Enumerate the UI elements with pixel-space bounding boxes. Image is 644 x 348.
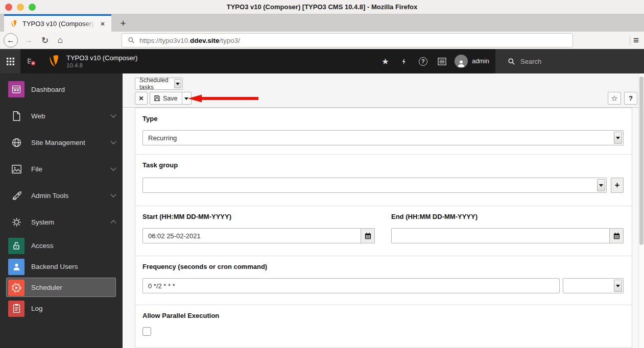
dashboard-icon bbox=[8, 81, 25, 97]
sidebar-item-system[interactable]: System bbox=[0, 209, 123, 235]
sidebar-label: Dashboard bbox=[31, 86, 115, 93]
chevron-down-icon bbox=[110, 191, 116, 197]
browser-tab[interactable]: TYPO3 v10 (Composer) [ ✕ bbox=[4, 14, 111, 32]
module-select-value: Scheduled tasks bbox=[139, 77, 172, 91]
allow-parallel-checkbox[interactable] bbox=[142, 327, 151, 336]
back-icon[interactable]: ← bbox=[4, 33, 18, 47]
calendar-icon bbox=[364, 232, 372, 240]
save-button-group: Save bbox=[150, 92, 192, 105]
new-tab-button[interactable]: + bbox=[115, 16, 131, 31]
task-form-panel: Type Recurring Task group + bbox=[135, 108, 632, 348]
reload-icon[interactable]: ↻ bbox=[38, 33, 52, 47]
sidebar-item-backend-users[interactable]: Backend Users bbox=[0, 256, 123, 277]
chevron-down-icon bbox=[110, 138, 116, 144]
url-bar[interactable]: https://typo3v10.ddev.site/typo3/ bbox=[122, 33, 573, 47]
calendar-icon bbox=[613, 232, 621, 240]
window-title: TYPO3 v10 (Composer) [TYPO3 CMS 10.4.8] … bbox=[0, 0, 644, 14]
chevron-down-icon bbox=[597, 179, 605, 191]
home-icon[interactable]: ⌂ bbox=[53, 33, 67, 47]
help-menu-button[interactable]: ? bbox=[414, 49, 433, 73]
tab-close-icon[interactable]: ✕ bbox=[97, 18, 108, 30]
pagetree-toggle-button[interactable] bbox=[20, 49, 42, 73]
module-function-select[interactable]: Scheduled tasks bbox=[135, 78, 183, 90]
end-date-input[interactable] bbox=[391, 228, 610, 243]
clear-cache-button[interactable] bbox=[395, 49, 414, 73]
clipboard-icon bbox=[8, 301, 25, 317]
start-datepicker-button[interactable] bbox=[361, 228, 375, 243]
chevron-down-icon bbox=[614, 132, 622, 144]
site-title: TYPO3 v10 (Composer) bbox=[66, 54, 137, 62]
typo3-brand: TYPO3 v10 (Composer) 10.4.8 bbox=[42, 49, 137, 73]
search-icon bbox=[128, 37, 135, 44]
page-icon bbox=[8, 108, 25, 124]
username-label: admin bbox=[472, 58, 489, 65]
bookmarks-button[interactable]: ★ bbox=[376, 49, 395, 73]
typo3-logo-icon bbox=[48, 55, 61, 68]
end-datepicker-button[interactable] bbox=[610, 228, 624, 243]
module-menu-toggle-button[interactable] bbox=[0, 49, 20, 73]
sidebar-item-file[interactable]: File bbox=[0, 156, 123, 182]
user-menu-button[interactable]: admin bbox=[451, 49, 495, 73]
scheduler-icon bbox=[8, 280, 25, 296]
module-content: Scheduled tasks ✕ Save ☆ ? Type bbox=[123, 73, 644, 348]
help-button[interactable]: ? bbox=[624, 92, 637, 105]
content-scrollbar[interactable] bbox=[638, 73, 644, 348]
sidebar-item-site-management[interactable]: Site Management bbox=[0, 129, 123, 156]
scrollbar-thumb[interactable] bbox=[639, 77, 643, 245]
avatar bbox=[455, 55, 468, 68]
sidebar-item-scheduler[interactable]: Scheduler bbox=[0, 277, 123, 298]
hamburger-menu-icon[interactable]: ≡ bbox=[629, 33, 643, 47]
tab-title: TYPO3 v10 (Composer) [ bbox=[22, 20, 97, 28]
save-button[interactable]: Save bbox=[150, 92, 182, 104]
sidebar-item-web[interactable]: Web bbox=[0, 103, 123, 129]
sidebar-label: Log bbox=[31, 305, 115, 312]
sidebar-label: Scheduler bbox=[31, 284, 115, 291]
plus-icon: + bbox=[615, 181, 619, 190]
sidebar-label: Access bbox=[31, 242, 115, 250]
sidebar-item-access[interactable]: Access bbox=[0, 235, 123, 256]
sidebar-item-admin-tools[interactable]: Admin Tools bbox=[0, 182, 123, 209]
unlock-icon bbox=[8, 238, 25, 254]
forward-icon[interactable]: → bbox=[21, 33, 36, 47]
add-task-group-button[interactable]: + bbox=[611, 178, 624, 193]
frequency-preset-select[interactable] bbox=[563, 278, 624, 293]
url-prefix: https://typo3v10. bbox=[139, 37, 190, 44]
user-icon bbox=[8, 259, 25, 275]
help-icon: ? bbox=[419, 57, 427, 66]
help-icon: ? bbox=[629, 94, 633, 102]
user-icon bbox=[457, 59, 466, 68]
frequency-input[interactable] bbox=[142, 278, 560, 293]
chevron-down-icon bbox=[174, 79, 181, 88]
frequency-label: Frequency (seconds or cron command) bbox=[142, 263, 624, 270]
sidebar-item-dashboard[interactable]: Dashboard bbox=[0, 76, 123, 103]
start-date-input[interactable] bbox=[142, 228, 361, 243]
rocket-icon bbox=[8, 187, 25, 204]
type-select[interactable]: Recurring bbox=[142, 130, 624, 145]
parallel-label: Allow Parallel Execution bbox=[142, 312, 624, 319]
list-icon bbox=[438, 58, 446, 65]
grid-icon bbox=[7, 58, 14, 65]
browser-toolbar: ← → ↻ ⌂ https://typo3v10.ddev.site/typo3… bbox=[0, 32, 644, 49]
close-icon: ✕ bbox=[138, 95, 144, 102]
shortcut-button[interactable]: ☆ bbox=[608, 92, 621, 105]
form-section-task-group: Task group + bbox=[135, 155, 632, 206]
annotation-arrow bbox=[188, 94, 258, 103]
form-section-dates: Start (HH:MM DD-MM-YYYY) End (HH:MM DD-M… bbox=[135, 206, 632, 256]
system-information-button[interactable] bbox=[433, 49, 451, 73]
sidebar-label: Backend Users bbox=[31, 263, 115, 270]
floppy-icon bbox=[154, 95, 160, 102]
type-select-value: Recurring bbox=[148, 134, 177, 142]
sidebar-item-log[interactable]: Log bbox=[0, 298, 123, 319]
chevron-down-icon bbox=[110, 165, 116, 170]
task-group-select[interactable] bbox=[142, 178, 607, 193]
form-section-parallel: Allow Parallel Execution bbox=[135, 305, 632, 347]
topbar-search[interactable]: Search bbox=[495, 49, 644, 73]
start-label: Start (HH:MM DD-MM-YYYY) bbox=[142, 213, 375, 220]
sidebar-label: Web bbox=[31, 112, 111, 120]
chevron-down-icon bbox=[614, 280, 622, 292]
url-domain: ddev.site bbox=[190, 37, 220, 44]
docheader: Scheduled tasks ✕ Save ☆ ? bbox=[123, 73, 638, 108]
close-button[interactable]: ✕ bbox=[135, 92, 148, 105]
gear-icon bbox=[8, 214, 25, 230]
task-group-label: Task group bbox=[142, 161, 624, 169]
